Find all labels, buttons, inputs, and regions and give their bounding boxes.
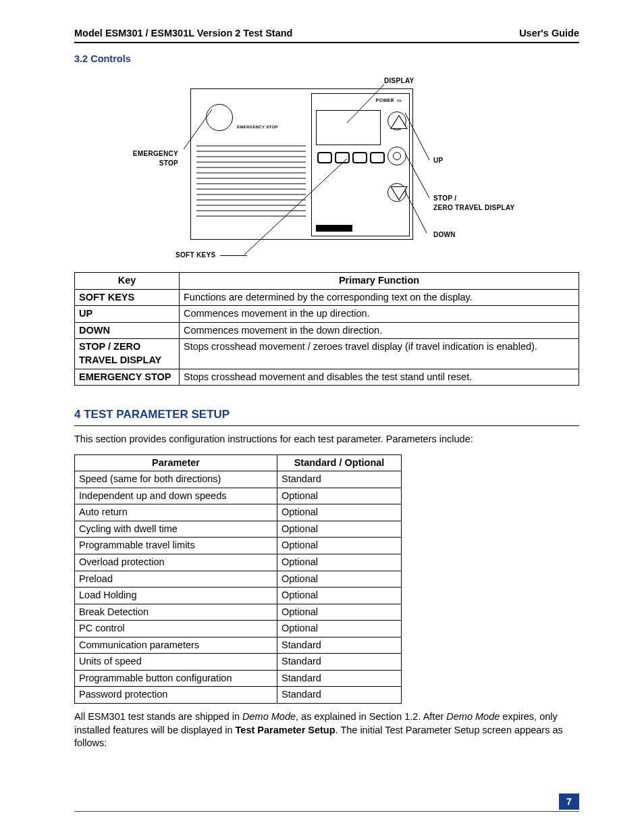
controls-diagram: EMERGENCY STOP POWER ▭: [111, 72, 543, 268]
button-cluster: POWER ▭: [311, 93, 410, 236]
table-row: Programmable button configurationStandar…: [75, 670, 402, 687]
label-down: DOWN: [433, 230, 456, 240]
closing-paragraph: All ESM301 test stands are shipped in De…: [74, 710, 579, 750]
parameters-table: Parameter Standard / Optional Speed (sam…: [74, 454, 402, 704]
label-stop-zero: STOP / ZERO TRAVEL DISPLAY: [433, 194, 515, 212]
footer-rule: [74, 811, 579, 812]
table-row: SOFT KEYSFunctions are determined by the…: [75, 289, 579, 306]
table-row: Auto returnOptional: [75, 504, 402, 521]
col-primary-function: Primary Function: [180, 273, 579, 290]
emergency-stop-button: [206, 104, 233, 131]
panel-estop-label: EMERGENCY STOP: [237, 124, 278, 130]
table-row: Break DetectionOptional: [75, 604, 402, 621]
table-row: PreloadOptional: [75, 571, 402, 588]
header-left: Model ESM301 / ESM301L Version 2 Test St…: [74, 27, 292, 41]
table-row: Units of speedStandard: [75, 654, 402, 671]
table-header-row: Key Primary Function: [75, 273, 579, 290]
power-label: POWER ▭: [376, 98, 402, 104]
subsection-3-2-title: 3.2 Controls: [74, 53, 579, 66]
table-row: DOWNCommences movement in the down direc…: [75, 322, 579, 339]
page-header: Model ESM301 / ESM301L Version 2 Test St…: [74, 27, 579, 43]
table-row: Cycling with dwell timeOptional: [75, 521, 402, 538]
table-row: Overload protectionOptional: [75, 554, 402, 571]
table-row: Speed (same for both directions)Standard: [75, 471, 402, 488]
table-row: UPCommences movement in the up direction…: [75, 306, 579, 323]
label-display: DISPLAY: [384, 76, 414, 86]
brand-bar: [316, 225, 352, 232]
table-row: Password protectionStandard: [75, 687, 402, 704]
table-row: PC controlOptional: [75, 621, 402, 637]
table-row: Load HoldingOptional: [75, 588, 402, 604]
header-right: User's Guide: [519, 27, 579, 41]
soft-key-4: [370, 152, 385, 163]
table-row: STOP / ZERO TRAVEL DISPLAYStops crosshea…: [75, 339, 579, 369]
controls-table: Key Primary Function SOFT KEYSFunctions …: [74, 272, 579, 386]
table-row: Communication parametersStandard: [75, 637, 402, 654]
label-emergency-stop: EMERGENCY STOP: [111, 149, 178, 167]
display-screen: [316, 110, 381, 145]
col-standard-optional: Standard / Optional: [277, 454, 402, 471]
soft-key-1: [317, 152, 332, 163]
page-number: 7: [559, 793, 579, 810]
col-key: Key: [75, 273, 180, 290]
section-4-intro: This section provides configuration inst…: [74, 433, 579, 446]
section-4-title: 4 TEST PARAMETER SETUP: [74, 407, 579, 426]
table-row: EMERGENCY STOPStops crosshead movement a…: [75, 369, 579, 386]
label-soft-keys: SOFT KEYS: [176, 251, 247, 260]
soft-key-3: [352, 152, 367, 163]
table-row: Independent up and down speedsOptional: [75, 488, 402, 504]
table-header-row: Parameter Standard / Optional: [75, 454, 402, 471]
control-panel: EMERGENCY STOP POWER ▭: [190, 88, 413, 240]
soft-key-2: [335, 152, 350, 163]
label-up: UP: [433, 156, 444, 165]
col-parameter: Parameter: [75, 454, 277, 471]
table-row: Programmable travel limitsOptional: [75, 538, 402, 554]
